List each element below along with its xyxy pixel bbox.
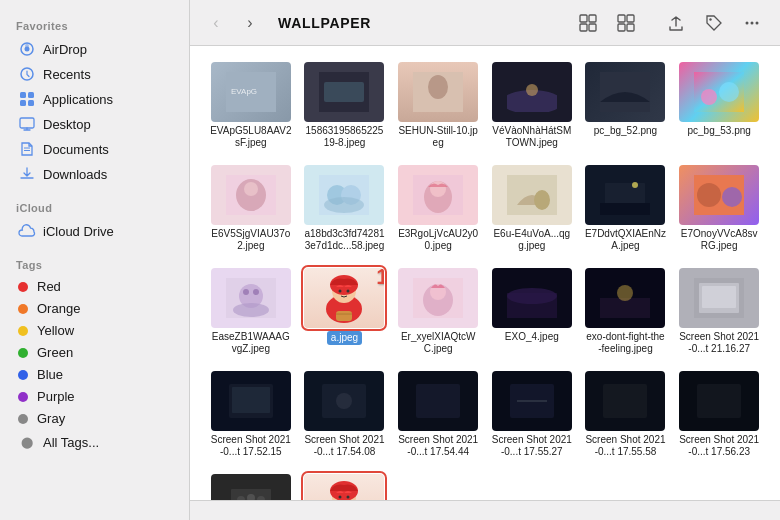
- badge-1: 1: [376, 268, 384, 290]
- file-item[interactable]: Screen Shot 2021-0...t 17.56.23: [674, 367, 764, 462]
- file-item-selected-1[interactable]: 1 a.jpeg: [300, 264, 390, 359]
- sidebar-item-tag-red[interactable]: Red: [6, 276, 183, 297]
- documents-icon: [18, 140, 36, 158]
- file-thumbnail: [211, 474, 291, 500]
- svg-point-19: [746, 21, 749, 24]
- file-item[interactable]: Screen Shot 2021-0...t 21.16.27: [674, 264, 764, 359]
- file-name: E6V5SjgVIAU37o2.jpeg: [210, 228, 292, 252]
- file-item[interactable]: Screen Shot 2021-0...t 17.55.27: [487, 367, 577, 462]
- view-list-button[interactable]: [610, 9, 642, 37]
- file-item[interactable]: Screen Shot 2021-0...t 17.55.58: [581, 367, 671, 462]
- sidebar-item-tag-blue[interactable]: Blue: [6, 364, 183, 385]
- sidebar-item-airdrop[interactable]: AirDrop: [6, 37, 183, 61]
- file-thumbnail-selected-1: 1: [304, 268, 384, 328]
- sidebar-item-desktop[interactable]: Desktop: [6, 112, 183, 136]
- sidebar-item-tag-yellow[interactable]: Yellow: [6, 320, 183, 341]
- svg-point-62: [339, 289, 342, 292]
- file-thumbnail: [398, 371, 478, 431]
- tag-purple-label: Purple: [37, 389, 75, 404]
- file-item[interactable]: exo-dont-fight-the-feeling.jpeg: [581, 264, 671, 359]
- file-item[interactable]: a18bd3c3fd742813e7d1dc...58.jpeg: [300, 161, 390, 256]
- file-thumbnail: [585, 62, 665, 122]
- tag-red-label: Red: [37, 279, 61, 294]
- svg-point-82: [336, 393, 352, 409]
- file-thumbnail: [492, 62, 572, 122]
- file-item[interactable]: pc_bg_53.png: [674, 58, 764, 153]
- file-name: Er_xyelXIAQtcWC.jpeg: [397, 331, 479, 355]
- sidebar-item-documents[interactable]: Documents: [6, 137, 183, 161]
- view-grid-button[interactable]: [572, 9, 604, 37]
- file-item[interactable]: E7DdvtQXIAEnNzA.jpeg: [581, 161, 671, 256]
- sidebar-item-tag-orange[interactable]: Orange: [6, 298, 183, 319]
- svg-point-21: [756, 21, 759, 24]
- file-thumbnail: [585, 165, 665, 225]
- file-item[interactable]: E7OnoyVVcA8svRG.jpeg: [674, 161, 764, 256]
- file-item[interactable]: Screen Shot 2021-0...t 17.52.15: [206, 367, 296, 462]
- svg-point-46: [534, 190, 550, 210]
- toolbar: ‹ › WALLPAPER: [190, 0, 780, 46]
- file-name: SEHUN-Still-10.jpeg: [397, 125, 479, 149]
- file-item[interactable]: pc_bg_52.png: [581, 58, 671, 153]
- tag-blue-dot: [18, 370, 28, 380]
- svg-rect-14: [618, 15, 625, 22]
- svg-rect-25: [324, 82, 364, 102]
- file-item[interactable]: wp4049008.jpeg: [206, 470, 296, 500]
- file-name: E6u-E4uVoA...qgg.jpeg: [491, 228, 573, 252]
- file-item[interactable]: 15863195865225 19-8.jpeg: [300, 58, 390, 153]
- file-thumbnail-selected-2: a.jpeg 2: [304, 474, 384, 500]
- file-name: Screen Shot 2021-0...t 17.56.23: [678, 434, 760, 458]
- svg-rect-16: [618, 24, 625, 31]
- file-item[interactable]: Er_xyelXIAQtcWC.jpeg: [393, 264, 483, 359]
- tag-orange-label: Orange: [37, 301, 80, 316]
- file-item[interactable]: VéVàoNhàHátSMTOWN.jpeg: [487, 58, 577, 153]
- file-item[interactable]: E3RgoLjVcAU2y00.jpeg: [393, 161, 483, 256]
- svg-point-103: [347, 495, 350, 498]
- file-thumbnail: [398, 62, 478, 122]
- sidebar-item-applications[interactable]: Applications: [6, 87, 183, 111]
- file-item[interactable]: E6u-E4uVoA...qgg.jpeg: [487, 161, 577, 256]
- svg-rect-84: [416, 384, 460, 418]
- file-name: E7DdvtQXIAEnNzA.jpeg: [585, 228, 667, 252]
- share-button[interactable]: [660, 9, 692, 37]
- svg-point-37: [244, 182, 258, 196]
- sidebar-item-downloads[interactable]: Downloads: [6, 162, 183, 186]
- sidebar-item-tag-green[interactable]: Green: [6, 342, 183, 363]
- file-item[interactable]: EVApG EVApG5LU8AAV2sF.jpeg: [206, 58, 296, 153]
- file-name: EaseZB1WAAAGvgZ.jpeg: [210, 331, 292, 355]
- sidebar: Favorites AirDrop Recents: [0, 0, 190, 520]
- back-button[interactable]: ‹: [202, 9, 230, 37]
- file-item[interactable]: EXO_4.jpeg: [487, 264, 577, 359]
- file-item[interactable]: Screen Shot 2021-0...t 17.54.08: [300, 367, 390, 462]
- svg-point-33: [701, 89, 717, 105]
- file-name: Screen Shot 2021-0...t 17.54.44: [397, 434, 479, 458]
- sidebar-item-icloud-drive[interactable]: iCloud Drive: [6, 219, 183, 243]
- tag-orange-dot: [18, 304, 28, 314]
- forward-button[interactable]: ›: [236, 9, 264, 37]
- sidebar-item-recents[interactable]: Recents: [6, 62, 183, 86]
- more-button[interactable]: [736, 9, 768, 37]
- file-item[interactable]: SEHUN-Still-10.jpeg: [393, 58, 483, 153]
- svg-text:EVApG: EVApG: [231, 87, 257, 96]
- sidebar-item-tag-gray[interactable]: Gray: [6, 408, 183, 429]
- file-name: pc_bg_53.png: [687, 125, 750, 137]
- tag-yellow-label: Yellow: [37, 323, 74, 338]
- file-item[interactable]: EaseZB1WAAAGvgZ.jpeg: [206, 264, 296, 359]
- file-name: Screen Shot 2021-0...t 17.55.58: [585, 434, 667, 458]
- file-thumbnail: [304, 165, 384, 225]
- tag-button[interactable]: [698, 9, 730, 37]
- file-item[interactable]: Screen Shot 2021-0...t 17.54.44: [393, 367, 483, 462]
- tag-green-label: Green: [37, 345, 73, 360]
- sidebar-item-tag-purple[interactable]: Purple: [6, 386, 183, 407]
- icloud-icon: [18, 222, 36, 240]
- svg-point-56: [233, 303, 269, 317]
- svg-rect-3: [20, 92, 26, 98]
- svg-rect-64: [336, 311, 352, 321]
- favorites-section-label: Favorites: [0, 12, 189, 36]
- svg-point-58: [253, 289, 259, 295]
- svg-point-30: [526, 84, 538, 96]
- file-item-selected-2[interactable]: a.jpeg 2 a.jpeg: [300, 470, 390, 500]
- sidebar-item-all-tags[interactable]: ⬤ All Tags...: [6, 430, 183, 454]
- sidebar-item-recents-label: Recents: [43, 67, 91, 82]
- file-item[interactable]: E6V5SjgVIAU37o2.jpeg: [206, 161, 296, 256]
- tag-red-dot: [18, 282, 28, 292]
